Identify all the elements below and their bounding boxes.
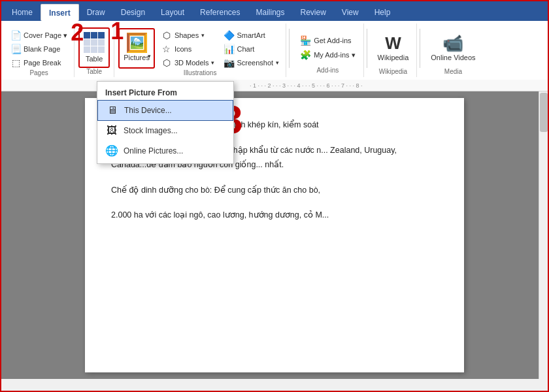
table-group-label: Table: [86, 68, 102, 77]
doc-para-4: 2.000 ha với các loại ngô, cao lương, hư…: [111, 208, 438, 223]
group-wikipedia: W Wikipedia Wikipedia: [370, 24, 418, 77]
ribbon-tab-row: Home Insert Draw Design Layout Reference…: [1, 1, 548, 21]
pictures-button[interactable]: 🖼️ Pictures ▾: [118, 28, 155, 69]
addins-buttons: 🏪 Get Add-ins 🧩 My Add-ins ▾: [296, 33, 359, 61]
screenshot-icon: 📷: [224, 57, 234, 68]
document-area: 3 Sản xuất sữa tươi sạch với quy trình k…: [1, 91, 548, 379]
group-addins: 🏪 Get Add-ins 🧩 My Add-ins ▾ Add-ins: [292, 24, 363, 77]
pictures-label: Pictures: [124, 54, 150, 62]
pages-icons: 📄 Cover Page ▾ 📃 Blank Page ⬚ Page Break: [8, 25, 70, 69]
ruler-marks: · 1 · · · 2 · · · 3 · · · 4 · · · 5 · · …: [250, 82, 363, 89]
blank-page-button[interactable]: 📃 Blank Page: [8, 42, 70, 56]
tab-help[interactable]: Help: [367, 4, 399, 21]
tab-review[interactable]: Review: [293, 4, 334, 21]
shapes-icon: ⬡: [161, 30, 172, 41]
chart-button[interactable]: 📊 Chart: [221, 42, 282, 56]
icons-button[interactable]: ☆ Icons: [159, 42, 218, 56]
get-addins-icon: 🏪: [300, 35, 311, 46]
smartart-button[interactable]: 🔷 SmartArt: [221, 29, 282, 42]
wikipedia-icon: W: [385, 33, 401, 54]
stock-images-button[interactable]: 🖼 Stock Images...: [97, 121, 233, 140]
media-icons: 📹 Online Videos: [427, 25, 479, 68]
ruler: · 1 · · · 2 · · · 3 · · · 4 · · · 5 · · …: [1, 80, 548, 91]
page-break-button[interactable]: ⬚ Page Break: [8, 56, 70, 69]
sep-3: [420, 29, 420, 68]
wikipedia-button[interactable]: W Wikipedia: [374, 27, 413, 68]
cover-page-button[interactable]: 📄 Cover Page ▾: [8, 29, 70, 42]
insert-picture-dropdown: Insert Picture From 🖥 This Device... 🖼 S…: [97, 81, 234, 164]
illustrations-small-buttons-2: 🔷 SmartArt 📊 Chart 📷 Screenshot ▾: [221, 27, 282, 69]
badge-number-2: 2: [71, 19, 84, 46]
ribbon-content: 📄 Cover Page ▾ 📃 Blank Page ⬚ Page Break…: [1, 21, 548, 80]
smartart-icon: 🔷: [224, 30, 234, 41]
media-group-label: Media: [444, 68, 462, 77]
online-videos-icon: 📹: [442, 33, 463, 54]
table-grid-icon: [84, 32, 105, 53]
this-device-icon: 🖥: [106, 105, 119, 116]
group-table: 2 Table Table: [75, 24, 114, 77]
doc-para-3: Chế độ dinh dưỡng cho bò: Để cung cấp th…: [111, 183, 438, 198]
shapes-button[interactable]: ⬡ Shapes ▾: [159, 29, 218, 42]
pages-group-label: Pages: [29, 69, 48, 78]
tab-draw[interactable]: Draw: [79, 4, 113, 21]
scroll-thumb[interactable]: [540, 93, 548, 132]
illustrations-icons: 🖼️ Pictures ▾ ⬡ Shapes ▾ ☆ Icons ⬡ 3D Mo…: [118, 25, 282, 69]
page-break-icon: ⬚: [10, 57, 21, 68]
wiki-icons: W Wikipedia: [374, 25, 413, 68]
addins-group-label: Add-ins: [316, 67, 339, 76]
blank-page-icon: 📃: [10, 44, 21, 54]
tab-references[interactable]: References: [192, 4, 248, 21]
group-illustrations: 1 🖼️ Pictures ▾ ⬡ Shapes ▾ ☆ Icons: [114, 24, 286, 77]
stock-images-icon: 🖼: [105, 125, 118, 137]
tab-view[interactable]: View: [334, 4, 367, 21]
table-label: Table: [86, 55, 103, 63]
icons-icon: ☆: [161, 44, 172, 54]
group-pages: 📄 Cover Page ▾ 📃 Blank Page ⬚ Page Break…: [4, 24, 75, 77]
addins-icons: 🏪 Get Add-ins 🧩 My Add-ins ▾: [296, 25, 359, 67]
tab-home[interactable]: Home: [4, 4, 41, 21]
badge-number-1: 1: [110, 18, 124, 44]
dropdown-header: Insert Picture From: [97, 84, 233, 100]
my-addins-icon: 🧩: [300, 50, 311, 60]
pages-buttons: 📄 Cover Page ▾ 📃 Blank Page ⬚ Page Break: [8, 27, 70, 69]
online-pictures-button[interactable]: 🌐 Online Pictures...: [97, 140, 233, 161]
online-videos-button[interactable]: 📹 Online Videos: [427, 27, 479, 68]
3dmodels-icon: ⬡: [161, 57, 172, 68]
screenshot-button[interactable]: 📷 Screenshot ▾: [221, 56, 282, 69]
illustrations-small-buttons: ⬡ Shapes ▾ ☆ Icons ⬡ 3D Models ▾: [159, 27, 218, 69]
online-pictures-icon: 🌐: [105, 144, 118, 157]
illustrations-group-label: Illustrations: [184, 69, 217, 78]
online-videos-label: Online Videos: [431, 54, 475, 62]
3dmodels-button[interactable]: ⬡ 3D Models ▾: [159, 56, 218, 69]
wiki-group-label: Wikipedia: [379, 68, 407, 77]
pictures-icon: 🖼️: [125, 34, 148, 52]
chart-icon: 📊: [224, 44, 234, 54]
group-media: 📹 Online Videos Media: [423, 24, 483, 77]
tab-layout[interactable]: Layout: [153, 4, 192, 21]
wikipedia-label: Wikipedia: [378, 54, 409, 62]
sep-2: [367, 29, 367, 68]
sep-1: [289, 29, 290, 68]
my-addins-button[interactable]: 🧩 My Add-ins ▾: [296, 48, 359, 61]
vertical-scrollbar[interactable]: [539, 91, 548, 379]
this-device-button[interactable]: 🖥 This Device...: [97, 100, 233, 121]
get-addins-button[interactable]: 🏪 Get Add-ins: [296, 34, 359, 47]
tab-mailings[interactable]: Mailings: [248, 4, 292, 21]
cover-page-icon: 📄: [10, 30, 21, 41]
